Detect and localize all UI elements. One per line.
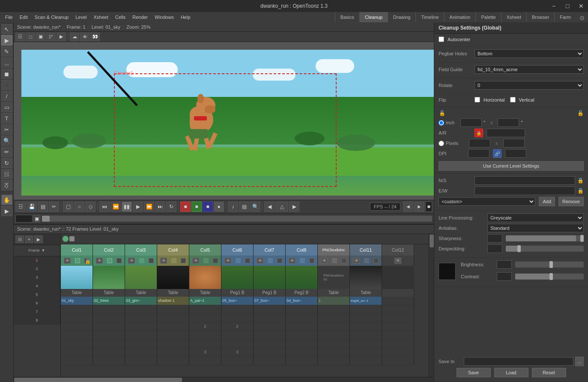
col8-f1[interactable]: 04_bus~ (286, 297, 318, 305)
col7-f1[interactable]: 07_bus~ (254, 297, 286, 305)
pb-btn-music[interactable]: ♪ (228, 202, 238, 212)
tab-cleanup[interactable]: Cleanup (359, 12, 388, 22)
load-btn[interactable]: Load (494, 368, 528, 377)
pncloud-lock[interactable] (341, 258, 346, 263)
sharpness-input[interactable]: 90 (487, 234, 502, 243)
save-in-browse-btn[interactable]: ... (575, 357, 584, 366)
col11-f1[interactable]: traylit_so~1 (350, 297, 382, 305)
col6-eye[interactable]: 👁 (224, 258, 231, 264)
col8-lock[interactable] (309, 258, 314, 263)
tool-paint[interactable]: ◾ (1, 80, 12, 90)
use-current-level-btn[interactable]: Use Current Level Settings (439, 161, 584, 171)
vp-btn-preview[interactable]: ☁ (70, 33, 79, 41)
menu-edit[interactable]: Edit (16, 14, 31, 21)
menu-render[interactable]: Render (129, 14, 151, 21)
col6-f7[interactable]: 3 (221, 348, 254, 357)
tool-picker[interactable]: ⛆ (1, 169, 12, 179)
pegbar-select[interactable]: Bottom (475, 49, 584, 58)
tab-xsheet[interactable]: Xsheet (501, 12, 526, 22)
minimize-button[interactable]: − (547, 0, 561, 12)
col5-vis[interactable] (203, 258, 209, 263)
tl-vscroll[interactable] (429, 234, 434, 377)
custom-select[interactable]: <custom> (439, 197, 535, 206)
col11-eye[interactable]: 👁 (353, 258, 360, 264)
col6-f4[interactable]: 2 (221, 322, 254, 331)
pb-btn-save[interactable]: 💾 (27, 202, 37, 212)
tool-hand2[interactable]: ✋ (1, 195, 12, 205)
col3-vis[interactable] (139, 258, 144, 263)
vp-btn-grid[interactable]: ☷ (15, 33, 25, 41)
px-w-input[interactable]: 1920 (469, 139, 490, 147)
col11-lock[interactable] (373, 258, 379, 263)
tool-arrow[interactable]: ↖ (1, 24, 12, 34)
tool-shape[interactable]: ▭ (1, 102, 12, 112)
col1-eye[interactable]: 👁 (64, 258, 71, 264)
viewport-canvas[interactable]: Camera1 (21, 50, 434, 200)
pncloud-f1[interactable]: 1 (318, 297, 350, 305)
col6-vis[interactable] (236, 258, 241, 263)
pncloud-vis[interactable] (332, 258, 337, 263)
tool-camera[interactable]: ▶ (1, 206, 12, 216)
frame-slider[interactable] (42, 216, 432, 222)
tool-rotate[interactable]: ↻ (1, 158, 12, 168)
col6-f1[interactable]: 05_bus~ (221, 297, 254, 305)
vp-btn-safe[interactable]: □ (26, 33, 35, 41)
flip-vertical-checkbox[interactable] (510, 97, 516, 102)
pb-btn-black[interactable]: ■ (425, 202, 432, 212)
ar-lock-btn[interactable]: 🔒 (475, 129, 483, 137)
brightness-thumb[interactable] (549, 261, 553, 268)
col2-f1[interactable]: 02_trees (93, 297, 125, 305)
pb-btn-next-end[interactable]: ⏭ (155, 202, 165, 212)
vp-btn-camera[interactable]: ▣ (36, 33, 45, 41)
despeckling-slider[interactable] (506, 246, 584, 252)
frame-input[interactable]: 1 (15, 215, 33, 223)
col1-f1[interactable]: 01_sky (61, 297, 93, 305)
sharpness-thumb[interactable] (580, 235, 584, 242)
width-inch-input[interactable]: 16 (460, 118, 482, 127)
pb-btn-arrow-r[interactable]: ► (414, 202, 424, 212)
col12-eye[interactable]: 👁 (394, 258, 401, 264)
col5-eye[interactable]: 👁 (192, 258, 199, 264)
frame-step-btn[interactable]: ▣ (33, 215, 40, 223)
tl-expand-btn[interactable]: ☷ (15, 235, 24, 243)
add-btn[interactable]: Add (539, 197, 555, 206)
col4-eye[interactable]: 👁 (160, 258, 167, 264)
pb-btn-circle[interactable]: ○ (74, 202, 84, 212)
vp-btn-video[interactable]: ▶ (57, 33, 66, 41)
contrast-thumb[interactable] (549, 273, 553, 280)
pb-btn-play[interactable]: ▶ (133, 202, 143, 212)
brightness-input[interactable]: 0 (497, 260, 512, 269)
contrast-slider[interactable] (515, 274, 584, 280)
col1-vis[interactable] (75, 258, 80, 263)
tl-add-btn[interactable]: + (25, 235, 33, 243)
pb-btn-sub[interactable]: △ (275, 202, 288, 212)
pb-btn-prev[interactable]: ⏪ (110, 202, 121, 212)
save-btn[interactable]: Save (457, 368, 491, 377)
ns-lock[interactable]: 🔒 (577, 177, 584, 184)
ns-input[interactable]: 0 mm (475, 176, 575, 185)
col5-f1[interactable]: A_pai~1 (189, 297, 221, 305)
col4-lock[interactable] (181, 258, 186, 263)
remove-btn[interactable]: Remove (558, 197, 584, 206)
close-button[interactable]: ✕ (574, 0, 588, 12)
tool-zoom[interactable]: 🔍 (1, 135, 12, 146)
col5-lock[interactable] (213, 258, 218, 263)
tab-drawing[interactable]: Drawing (388, 12, 415, 22)
menu-file[interactable]: File (2, 14, 16, 21)
dpi-h-input[interactable]: 120 (505, 149, 526, 158)
col4-vis[interactable] (171, 258, 176, 263)
col5-f7[interactable]: 3 (189, 348, 221, 357)
tab-palette[interactable]: Palette (475, 12, 501, 22)
tool-line[interactable]: / (1, 91, 12, 101)
tl-arrow-btn[interactable]: ▶ (34, 235, 43, 243)
tab-timeline[interactable]: Timeline (415, 12, 444, 22)
ew-lock[interactable]: 🔒 (577, 187, 584, 194)
tool-bender[interactable]: ⛣ (1, 180, 12, 190)
menu-help[interactable]: Help (177, 14, 194, 21)
pb-btn-pause[interactable]: ▮▮ (122, 202, 132, 212)
pb-btn-red[interactable]: ■ (180, 202, 191, 212)
ew-input[interactable]: 0 mm (475, 186, 575, 195)
vp-btn-eye2[interactable]: 👀 (90, 33, 100, 41)
col2-vis[interactable] (107, 258, 112, 263)
col2-eye[interactable]: 👁 (96, 258, 103, 264)
